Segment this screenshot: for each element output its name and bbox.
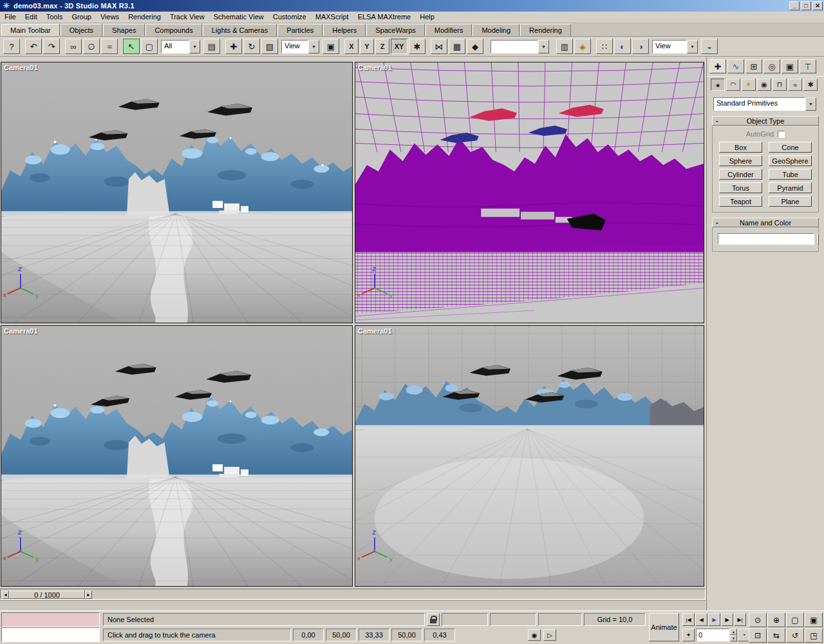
schematic-view-icon[interactable]: ◈ <box>574 39 591 54</box>
track-bar[interactable] <box>0 600 706 610</box>
menu-maxscript[interactable]: MAXScript <box>311 12 353 23</box>
viewport-bottom-right[interactable]: Camera01 <box>355 325 704 587</box>
chevron-down-icon[interactable]: ▼ <box>805 97 816 111</box>
arc-rotate-icon[interactable]: ↺ <box>786 628 804 643</box>
unlink-selection-icon[interactable]: ∅ <box>83 39 100 54</box>
object-name-input[interactable] <box>718 233 814 245</box>
help-mode-icon[interactable]: ? <box>3 39 20 54</box>
helpers-category-icon[interactable]: ⊓ <box>772 79 787 91</box>
degradation-override-icon[interactable]: ◉ <box>528 629 541 641</box>
next-frame-icon[interactable]: ▶ <box>721 613 733 626</box>
display-tab-icon[interactable]: ▣ <box>782 59 798 73</box>
zoom-extents-icon[interactable]: ▢ <box>786 612 804 627</box>
maxscript-mini-listener[interactable] <box>1 627 100 642</box>
maxscript-mini-listener-macro[interactable] <box>1 612 100 627</box>
material-editor-icon[interactable]: ∷ <box>596 39 613 54</box>
select-and-scale-icon[interactable]: ▨ <box>261 39 278 54</box>
chevron-down-icon[interactable]: ▼ <box>189 40 200 53</box>
restrict-to-xy-plane-button[interactable]: XY <box>391 39 407 54</box>
select-object-icon[interactable]: ↖ <box>123 39 140 54</box>
menu-rendering[interactable]: Rendering <box>124 12 165 23</box>
torus-button[interactable]: Torus <box>719 182 762 193</box>
plane-button[interactable]: Plane <box>769 196 812 207</box>
time-slider-handle[interactable]: ◄ 0 / 1000 ► <box>2 591 92 599</box>
render-last-icon[interactable]: ◒ <box>701 39 718 54</box>
selection-filter-dropdown[interactable]: All ▼ <box>161 40 200 53</box>
y-coordinate-field[interactable] <box>490 613 536 626</box>
autogrid-checkbox[interactable] <box>778 131 785 138</box>
menu-edit[interactable]: Edit <box>21 12 42 23</box>
menu-customize[interactable]: Customize <box>268 12 311 23</box>
select-and-link-icon[interactable]: ∞ <box>65 39 82 54</box>
tab-particles[interactable]: Particles <box>277 24 323 36</box>
select-and-manipulate-icon[interactable]: ✱ <box>409 39 426 54</box>
use-pivot-point-center-icon[interactable]: ▣ <box>323 39 339 54</box>
zoom-extents-all-icon[interactable]: ▣ <box>805 612 823 627</box>
create-tab-icon[interactable]: ✚ <box>709 59 726 73</box>
restrict-to-y-button[interactable]: Y <box>360 39 374 54</box>
reference-coordinate-system-dropdown[interactable]: View ▼ <box>281 40 319 53</box>
lights-category-icon[interactable]: ☀ <box>742 79 756 91</box>
zoom-all-icon[interactable]: ⊕ <box>767 612 785 627</box>
chevron-down-icon[interactable]: ▼ <box>687 40 698 53</box>
hierarchy-tab-icon[interactable]: ⊞ <box>745 59 762 73</box>
tab-lights-cameras[interactable]: Lights & Cameras <box>203 24 277 36</box>
pyramid-button[interactable]: Pyramid <box>769 182 812 193</box>
x-coordinate-field[interactable] <box>442 613 488 626</box>
spinner-up-icon[interactable]: ▲ <box>730 629 737 635</box>
play-animation-icon[interactable]: ▶ <box>708 613 720 626</box>
pan-icon[interactable]: ⇆ <box>767 628 785 643</box>
tab-spacewarps[interactable]: SpaceWarps <box>366 24 425 36</box>
motion-tab-icon[interactable]: ◎ <box>763 59 780 73</box>
go-to-start-icon[interactable]: |◀ <box>682 613 695 626</box>
go-to-end-icon[interactable]: ▶| <box>734 613 746 626</box>
box-button[interactable]: Box <box>719 142 762 153</box>
primitive-category-dropdown[interactable]: Standard Primitives ▼ <box>713 97 816 111</box>
name-and-color-rollout-header[interactable]: - Name and Color <box>712 218 819 227</box>
geometry-category-icon[interactable]: ● <box>711 79 725 91</box>
tab-rendering[interactable]: Rendering <box>520 24 571 36</box>
menu-help[interactable]: Help <box>415 12 439 23</box>
time-tag-icon[interactable]: ▷ <box>543 629 556 641</box>
tab-objects[interactable]: Objects <box>61 24 102 36</box>
close-button[interactable]: ✕ <box>812 1 823 10</box>
animate-button[interactable]: Animate <box>649 613 679 641</box>
tab-modifiers[interactable]: Modifiers <box>426 24 473 36</box>
select-and-move-icon[interactable]: ✚ <box>225 39 242 54</box>
menu-views[interactable]: Views <box>96 12 124 23</box>
sphere-button[interactable]: Sphere <box>719 155 762 166</box>
menu-track-view[interactable]: Track View <box>165 12 209 23</box>
min-max-toggle-icon[interactable]: ◳ <box>805 628 823 643</box>
zoom-icon[interactable]: ⊙ <box>749 612 767 627</box>
menu-tools[interactable]: Tools <box>42 12 68 23</box>
geosphere-button[interactable]: GeoSphere <box>769 155 812 166</box>
modify-tab-icon[interactable]: ∿ <box>727 59 744 73</box>
object-color-swatch[interactable] <box>818 234 819 245</box>
restrict-to-x-button[interactable]: X <box>344 39 359 54</box>
menu-schematic-view[interactable]: Schematic View <box>209 12 268 23</box>
render-scene-icon[interactable]: ◐ <box>614 39 631 54</box>
undo-icon[interactable]: ↶ <box>25 39 42 54</box>
render-type-dropdown[interactable]: View ▼ <box>652 40 698 53</box>
systems-category-icon[interactable]: ✱ <box>803 79 818 91</box>
object-type-rollout-header[interactable]: - Object Type <box>712 116 819 126</box>
select-and-rotate-icon[interactable]: ↻ <box>243 39 260 54</box>
chevron-down-icon[interactable]: ▼ <box>538 40 549 53</box>
teapot-button[interactable]: Teapot <box>719 196 762 207</box>
time-slider-track[interactable]: ◄ 0 / 1000 ► <box>0 589 706 600</box>
chevron-down-icon[interactable]: ▼ <box>308 40 319 53</box>
time-slider-value[interactable]: 0 / 1000 <box>9 591 85 599</box>
tab-main-toolbar[interactable]: Main Toolbar <box>1 24 60 36</box>
cameras-category-icon[interactable]: ◉ <box>757 79 771 91</box>
previous-frame-icon[interactable]: ◀ <box>695 613 707 626</box>
frame-spinner[interactable]: ▲ ▼ <box>730 629 737 641</box>
menu-elsa-maxtreme[interactable]: ELSA MAXtreme <box>353 12 416 23</box>
quick-render-icon[interactable]: ◑ <box>632 39 649 54</box>
menu-group[interactable]: Group <box>67 12 96 23</box>
maximize-button[interactable]: □ <box>801 1 811 10</box>
region-zoom-icon[interactable]: ⊡ <box>749 628 767 643</box>
utilities-tab-icon[interactable]: ⊤ <box>800 59 816 73</box>
array-icon[interactable]: ▦ <box>449 39 465 54</box>
tab-compounds[interactable]: Compounds <box>145 24 201 36</box>
key-mode-toggle-icon[interactable]: ✦ <box>682 629 695 641</box>
